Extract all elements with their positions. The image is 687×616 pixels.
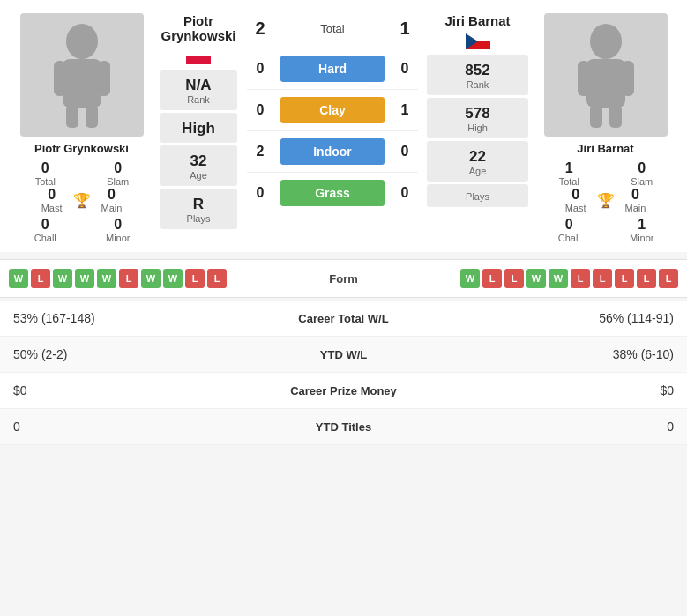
hard-right-score: 0: [392, 61, 418, 77]
right-main-block: 0 Main: [625, 187, 646, 213]
right-total-label: Total: [537, 176, 601, 187]
left-chall-block: 0 Chall: [13, 217, 78, 243]
stats-right-val: 0: [432, 419, 675, 434]
svg-rect-12: [586, 59, 625, 108]
left-main-value: 0: [101, 187, 123, 203]
svg-point-11: [590, 24, 622, 59]
right-high-label: High: [431, 122, 524, 133]
form-pill: L: [593, 269, 612, 288]
right-trophy-row: 0 Mast 🏆 0 Main: [533, 187, 678, 213]
left-player-photo: [20, 13, 144, 137]
grass-right-score: 0: [392, 185, 418, 201]
stats-right-val: 38% (6-10): [432, 347, 675, 361]
form-label: Form: [309, 272, 379, 286]
left-high-value: High: [164, 120, 233, 137]
total-row: 2 Total 1: [247, 13, 418, 48]
left-main-block: 0 Main: [101, 187, 123, 213]
right-form-pills: WLLWWLLLLL: [384, 269, 679, 288]
left-minor-value: 0: [86, 217, 151, 233]
left-player-name: Piotr Grynkowski: [34, 142, 129, 155]
grass-left-score: 0: [247, 185, 273, 201]
left-chall-label: Chall: [13, 233, 78, 243]
right-player-name: Jiri Barnat: [577, 142, 633, 155]
left-player-card: Piotr Grynkowski 0 Total 0 Slam 0 Mast 🏆…: [9, 13, 154, 243]
right-age-value: 22: [431, 148, 524, 166]
stats-left-val: 50% (2-2): [13, 347, 256, 361]
right-main-label: Main: [625, 203, 646, 213]
form-pill: L: [185, 269, 205, 288]
left-player-stats: 0 Total 0 Slam: [9, 160, 154, 187]
form-pill: L: [615, 269, 634, 288]
svg-rect-1: [63, 59, 101, 108]
center-surfaces-area: 2 Total 1 0 Hard 0 0 Clay 1 2 Indoor 0 0…: [243, 13, 422, 213]
surface-row-indoor: 2 Indoor 0: [247, 130, 418, 172]
right-total-block: 1 Total: [537, 160, 601, 187]
trophy-icon-right: 🏆: [597, 192, 615, 209]
stats-right-val: 56% (114-91): [432, 311, 675, 325]
left-age-label: Age: [164, 170, 233, 181]
right-player-photo: [544, 13, 668, 137]
left-rank-value: N/A: [164, 77, 233, 94]
left-age-box: 32 Age: [160, 145, 237, 186]
right-age-label: Age: [431, 166, 524, 176]
left-total-block: 0 Total: [13, 160, 78, 187]
stats-right-val: $0: [432, 383, 675, 397]
right-main-value: 0: [625, 187, 646, 203]
left-flag: [186, 48, 211, 64]
svg-rect-15: [590, 105, 602, 128]
form-section: WLWWWLWWLL Form WLLWWLLLLL: [0, 259, 687, 297]
right-rank-label: Rank: [431, 79, 524, 90]
indoor-surface-btn[interactable]: Indoor: [280, 138, 385, 165]
form-pill: W: [526, 269, 546, 288]
right-minor-block: 1 Minor: [610, 217, 675, 243]
stats-row: 53% (167-148)Career Total W/L56% (114-91…: [0, 301, 687, 337]
svg-rect-7: [186, 56, 211, 64]
right-mast-value: 0: [565, 187, 586, 203]
clay-surface-btn[interactable]: Clay: [280, 97, 385, 123]
surface-row-grass: 0 Grass 0: [247, 172, 418, 213]
left-trophy-row: 0 Mast 🏆 0 Main: [9, 187, 154, 213]
stats-center-label: YTD Titles: [256, 420, 432, 434]
left-form-pills: WLWWWLWWLL: [9, 269, 304, 288]
right-slam-value: 0: [610, 160, 675, 176]
grass-surface-btn[interactable]: Grass: [280, 180, 385, 206]
form-pill: L: [571, 269, 590, 288]
form-pill: W: [97, 269, 116, 288]
right-chall-block: 0 Chall: [537, 217, 601, 243]
left-slam-block: 0 Slam: [86, 160, 151, 187]
svg-rect-4: [66, 105, 78, 128]
left-mast-block: 0 Mast: [41, 187, 63, 213]
right-age-box: 22 Age: [427, 141, 528, 182]
form-pill: L: [637, 269, 656, 288]
stats-left-val: $0: [13, 383, 256, 397]
right-mast-label: Mast: [565, 203, 586, 213]
left-main-label: Main: [101, 203, 123, 213]
form-pill: W: [9, 269, 28, 288]
form-pill: L: [482, 269, 502, 288]
right-player-silhouette: [571, 22, 641, 128]
left-rank-box: N/A Rank: [160, 70, 237, 110]
form-pill: W: [141, 269, 161, 288]
hard-surface-btn[interactable]: Hard: [280, 56, 385, 82]
left-total-label: Total: [13, 176, 78, 187]
surface-row-clay: 0 Clay 1: [247, 89, 418, 130]
stats-row: 50% (2-2)YTD W/L38% (6-10): [0, 337, 687, 373]
left-player-name-center: Piotr Grynkowski: [159, 13, 238, 43]
left-chall-minor: 0 Chall 0 Minor: [9, 217, 154, 243]
form-pill: L: [119, 269, 138, 288]
indoor-right-score: 0: [392, 144, 418, 160]
indoor-left-score: 2: [247, 144, 273, 160]
svg-rect-5: [86, 105, 98, 128]
right-slam-block: 0 Slam: [610, 160, 675, 187]
stats-section: 53% (167-148)Career Total W/L56% (114-91…: [0, 301, 687, 445]
left-total-value: 0: [13, 160, 78, 176]
left-slam-label: Slam: [86, 176, 151, 187]
right-info-panel: Jiri Barnat 852 Rank 578 High 22 Age Pla…: [427, 13, 528, 210]
form-pill: W: [460, 269, 480, 288]
left-chall-value: 0: [13, 217, 78, 233]
left-player-silhouette: [47, 22, 117, 128]
stats-left-val: 53% (167-148): [13, 311, 256, 325]
stats-center-label: Career Total W/L: [256, 312, 432, 325]
svg-rect-3: [98, 61, 110, 96]
svg-rect-6: [186, 48, 211, 56]
